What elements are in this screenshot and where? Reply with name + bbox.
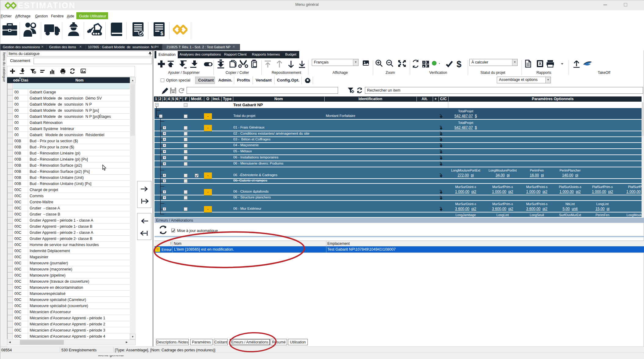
svg-text:$: $ bbox=[457, 60, 461, 68]
svg-text:X: X bbox=[539, 61, 541, 66]
svg-text:$: $ bbox=[161, 31, 163, 36]
